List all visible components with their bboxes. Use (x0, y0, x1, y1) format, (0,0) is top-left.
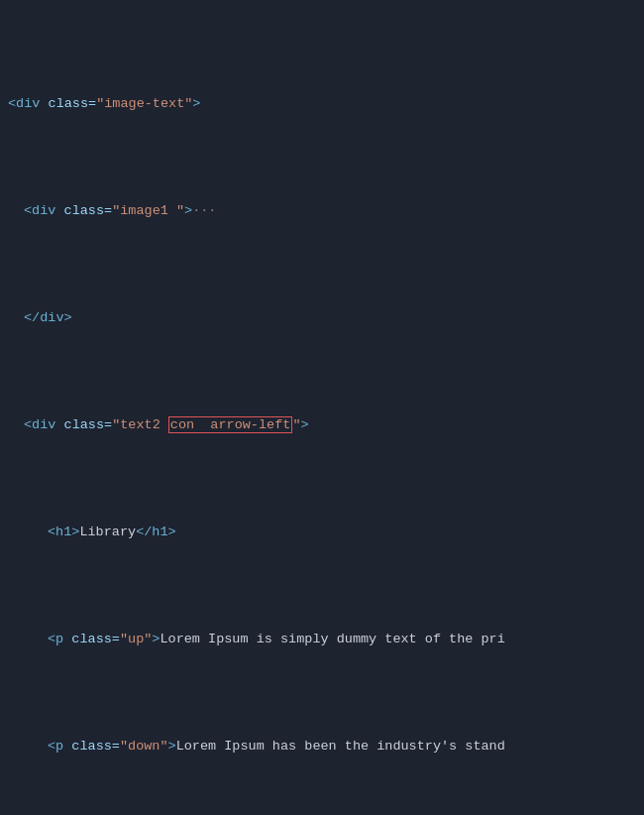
code-line: </div> (0, 307, 644, 329)
code-line: <div class="text2 con arrow-left"> (0, 414, 644, 436)
highlight-arrow-left-1: con arrow-left (168, 416, 293, 433)
code-line: <p class="up">Lorem Ipsum is simply dumm… (0, 629, 644, 650)
code-line: <p class="down">Lorem Ipsum has been the… (0, 736, 644, 757)
code-line: <h1>Library</h1> (0, 522, 644, 543)
code-line: <div class="image1 ">··· (0, 200, 644, 222)
code-line: <div class="image-text"> (0, 93, 644, 115)
bracket: < (8, 96, 16, 111)
code-editor: <div class="image-text"> <div class="ima… (0, 0, 644, 815)
